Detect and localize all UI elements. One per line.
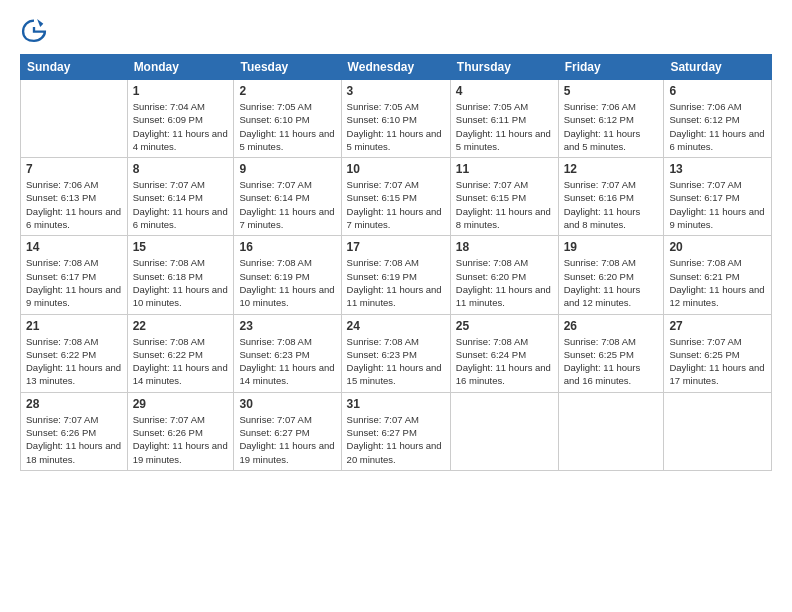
cell-date: 21: [26, 319, 122, 333]
cell-date: 13: [669, 162, 766, 176]
week-row-1: 1Sunrise: 7:04 AMSunset: 6:09 PMDaylight…: [21, 80, 772, 158]
calendar-cell: 13Sunrise: 7:07 AMSunset: 6:17 PMDayligh…: [664, 158, 772, 236]
cell-info: Sunrise: 7:08 AMSunset: 6:19 PMDaylight:…: [239, 256, 335, 309]
cell-date: 9: [239, 162, 335, 176]
calendar-cell: 14Sunrise: 7:08 AMSunset: 6:17 PMDayligh…: [21, 236, 128, 314]
cell-date: 8: [133, 162, 229, 176]
logo-icon: [20, 16, 48, 44]
cell-info: Sunrise: 7:06 AMSunset: 6:12 PMDaylight:…: [564, 100, 659, 153]
calendar-cell: 17Sunrise: 7:08 AMSunset: 6:19 PMDayligh…: [341, 236, 450, 314]
calendar-cell: 28Sunrise: 7:07 AMSunset: 6:26 PMDayligh…: [21, 392, 128, 470]
cell-info: Sunrise: 7:08 AMSunset: 6:25 PMDaylight:…: [564, 335, 659, 388]
calendar-cell: 20Sunrise: 7:08 AMSunset: 6:21 PMDayligh…: [664, 236, 772, 314]
calendar-cell: 1Sunrise: 7:04 AMSunset: 6:09 PMDaylight…: [127, 80, 234, 158]
page: SundayMondayTuesdayWednesdayThursdayFrid…: [0, 0, 792, 612]
cell-info: Sunrise: 7:06 AMSunset: 6:13 PMDaylight:…: [26, 178, 122, 231]
day-header-tuesday: Tuesday: [234, 55, 341, 80]
calendar-cell: 12Sunrise: 7:07 AMSunset: 6:16 PMDayligh…: [558, 158, 664, 236]
calendar-cell: 30Sunrise: 7:07 AMSunset: 6:27 PMDayligh…: [234, 392, 341, 470]
calendar-cell: 7Sunrise: 7:06 AMSunset: 6:13 PMDaylight…: [21, 158, 128, 236]
cell-info: Sunrise: 7:07 AMSunset: 6:25 PMDaylight:…: [669, 335, 766, 388]
cell-date: 10: [347, 162, 445, 176]
cell-info: Sunrise: 7:08 AMSunset: 6:20 PMDaylight:…: [564, 256, 659, 309]
cell-date: 6: [669, 84, 766, 98]
cell-info: Sunrise: 7:08 AMSunset: 6:17 PMDaylight:…: [26, 256, 122, 309]
calendar-cell: [450, 392, 558, 470]
cell-date: 11: [456, 162, 553, 176]
day-header-sunday: Sunday: [21, 55, 128, 80]
cell-info: Sunrise: 7:07 AMSunset: 6:17 PMDaylight:…: [669, 178, 766, 231]
calendar-cell: 31Sunrise: 7:07 AMSunset: 6:27 PMDayligh…: [341, 392, 450, 470]
calendar-cell: 4Sunrise: 7:05 AMSunset: 6:11 PMDaylight…: [450, 80, 558, 158]
day-header-monday: Monday: [127, 55, 234, 80]
cell-info: Sunrise: 7:08 AMSunset: 6:18 PMDaylight:…: [133, 256, 229, 309]
day-header-saturday: Saturday: [664, 55, 772, 80]
calendar-cell: 18Sunrise: 7:08 AMSunset: 6:20 PMDayligh…: [450, 236, 558, 314]
calendar-cell: 2Sunrise: 7:05 AMSunset: 6:10 PMDaylight…: [234, 80, 341, 158]
cell-date: 20: [669, 240, 766, 254]
day-header-wednesday: Wednesday: [341, 55, 450, 80]
cell-date: 30: [239, 397, 335, 411]
cell-info: Sunrise: 7:08 AMSunset: 6:19 PMDaylight:…: [347, 256, 445, 309]
cell-info: Sunrise: 7:05 AMSunset: 6:10 PMDaylight:…: [347, 100, 445, 153]
cell-info: Sunrise: 7:05 AMSunset: 6:11 PMDaylight:…: [456, 100, 553, 153]
cell-date: 27: [669, 319, 766, 333]
logo: [20, 16, 52, 44]
cell-date: 14: [26, 240, 122, 254]
cell-info: Sunrise: 7:07 AMSunset: 6:15 PMDaylight:…: [347, 178, 445, 231]
cell-date: 5: [564, 84, 659, 98]
cell-date: 15: [133, 240, 229, 254]
week-row-5: 28Sunrise: 7:07 AMSunset: 6:26 PMDayligh…: [21, 392, 772, 470]
calendar-cell: [21, 80, 128, 158]
cell-date: 24: [347, 319, 445, 333]
cell-info: Sunrise: 7:08 AMSunset: 6:23 PMDaylight:…: [239, 335, 335, 388]
calendar-cell: 27Sunrise: 7:07 AMSunset: 6:25 PMDayligh…: [664, 314, 772, 392]
cell-date: 2: [239, 84, 335, 98]
header: [20, 16, 772, 44]
week-row-3: 14Sunrise: 7:08 AMSunset: 6:17 PMDayligh…: [21, 236, 772, 314]
cell-info: Sunrise: 7:07 AMSunset: 6:26 PMDaylight:…: [133, 413, 229, 466]
calendar-cell: 25Sunrise: 7:08 AMSunset: 6:24 PMDayligh…: [450, 314, 558, 392]
calendar-cell: 22Sunrise: 7:08 AMSunset: 6:22 PMDayligh…: [127, 314, 234, 392]
cell-info: Sunrise: 7:07 AMSunset: 6:27 PMDaylight:…: [347, 413, 445, 466]
calendar-cell: 26Sunrise: 7:08 AMSunset: 6:25 PMDayligh…: [558, 314, 664, 392]
cell-date: 1: [133, 84, 229, 98]
cell-info: Sunrise: 7:07 AMSunset: 6:27 PMDaylight:…: [239, 413, 335, 466]
calendar-cell: 21Sunrise: 7:08 AMSunset: 6:22 PMDayligh…: [21, 314, 128, 392]
cell-date: 18: [456, 240, 553, 254]
week-row-2: 7Sunrise: 7:06 AMSunset: 6:13 PMDaylight…: [21, 158, 772, 236]
week-row-4: 21Sunrise: 7:08 AMSunset: 6:22 PMDayligh…: [21, 314, 772, 392]
cell-info: Sunrise: 7:07 AMSunset: 6:16 PMDaylight:…: [564, 178, 659, 231]
calendar-cell: 5Sunrise: 7:06 AMSunset: 6:12 PMDaylight…: [558, 80, 664, 158]
cell-info: Sunrise: 7:07 AMSunset: 6:26 PMDaylight:…: [26, 413, 122, 466]
calendar-cell: 8Sunrise: 7:07 AMSunset: 6:14 PMDaylight…: [127, 158, 234, 236]
cell-info: Sunrise: 7:08 AMSunset: 6:24 PMDaylight:…: [456, 335, 553, 388]
cell-date: 19: [564, 240, 659, 254]
cell-info: Sunrise: 7:07 AMSunset: 6:14 PMDaylight:…: [133, 178, 229, 231]
cell-date: 12: [564, 162, 659, 176]
day-header-friday: Friday: [558, 55, 664, 80]
cell-date: 22: [133, 319, 229, 333]
cell-info: Sunrise: 7:07 AMSunset: 6:15 PMDaylight:…: [456, 178, 553, 231]
calendar-cell: [558, 392, 664, 470]
calendar-cell: 24Sunrise: 7:08 AMSunset: 6:23 PMDayligh…: [341, 314, 450, 392]
calendar-cell: 19Sunrise: 7:08 AMSunset: 6:20 PMDayligh…: [558, 236, 664, 314]
calendar-cell: 15Sunrise: 7:08 AMSunset: 6:18 PMDayligh…: [127, 236, 234, 314]
calendar-cell: 3Sunrise: 7:05 AMSunset: 6:10 PMDaylight…: [341, 80, 450, 158]
day-header-thursday: Thursday: [450, 55, 558, 80]
cell-info: Sunrise: 7:08 AMSunset: 6:22 PMDaylight:…: [26, 335, 122, 388]
cell-date: 29: [133, 397, 229, 411]
cell-date: 26: [564, 319, 659, 333]
cell-info: Sunrise: 7:08 AMSunset: 6:21 PMDaylight:…: [669, 256, 766, 309]
cell-info: Sunrise: 7:08 AMSunset: 6:23 PMDaylight:…: [347, 335, 445, 388]
calendar-table: SundayMondayTuesdayWednesdayThursdayFrid…: [20, 54, 772, 471]
cell-info: Sunrise: 7:05 AMSunset: 6:10 PMDaylight:…: [239, 100, 335, 153]
cell-date: 31: [347, 397, 445, 411]
calendar-cell: 29Sunrise: 7:07 AMSunset: 6:26 PMDayligh…: [127, 392, 234, 470]
calendar-cell: [664, 392, 772, 470]
cell-info: Sunrise: 7:08 AMSunset: 6:20 PMDaylight:…: [456, 256, 553, 309]
cell-date: 3: [347, 84, 445, 98]
cell-date: 17: [347, 240, 445, 254]
calendar-cell: 16Sunrise: 7:08 AMSunset: 6:19 PMDayligh…: [234, 236, 341, 314]
cell-info: Sunrise: 7:08 AMSunset: 6:22 PMDaylight:…: [133, 335, 229, 388]
